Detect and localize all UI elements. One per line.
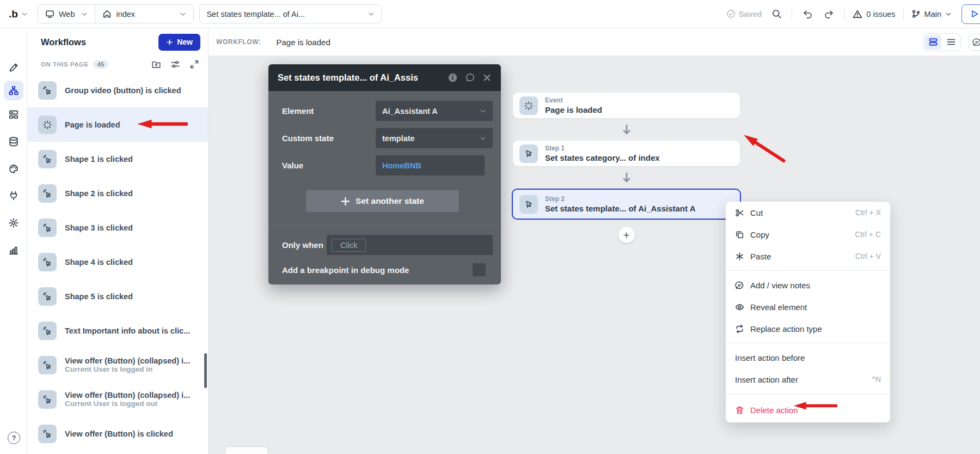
menu-item-copy[interactable]: CopyCtrl + C [726,223,890,245]
expand-icon[interactable] [189,59,199,69]
rail-item-bar-chart[interactable] [4,240,23,260]
only-when-label: Only when [282,240,327,250]
rail-item-database[interactable] [4,132,23,152]
warning-triangle-icon [853,9,862,19]
chevron-down-icon [945,11,952,17]
menu-item-add-view-notes[interactable]: Add / view notes [726,274,890,296]
workflow-item-title: Shape 5 is clicked [65,292,133,301]
add-action-button[interactable] [618,227,635,243]
git-branch-icon [911,9,921,19]
rail-item-plug[interactable] [4,186,23,205]
issues-button[interactable]: 0 issues [853,9,895,19]
menu-item-cut[interactable]: CutCtrl + X [726,202,890,223]
workflow-list-item[interactable]: Shape 5 is clicked [27,279,208,313]
bubble-logo[interactable]: .b [9,8,28,20]
card-title: Page is loaded [545,105,602,115]
field-value-input[interactable]: HomeBNB [376,155,485,175]
eye-icon [735,302,744,312]
clipped-bottom-control[interactable] [225,446,268,454]
preview-button[interactable] [961,4,980,24]
workflow-card-event[interactable]: EventPage is loaded [513,93,740,118]
field-element-input[interactable]: Ai_Assistant A [376,101,493,121]
copy-icon [735,230,744,239]
menu-divider [726,343,890,343]
comment-icon[interactable] [465,72,475,83]
clipped-toolbar-button[interactable] [969,34,980,51]
only-when-input[interactable]: Click [327,235,493,255]
workflow-list-item[interactable]: Shape 2 is clicked [27,176,208,210]
modal-field-row: ElementAi_Assistant A [282,101,493,121]
menu-item-replace-action-type[interactable]: Replace action type [726,318,890,340]
field-label: Custom state [282,134,376,143]
info-icon[interactable] [448,72,458,83]
workflow-list-item[interactable]: View offer (Button) (collapsed) i...Curr… [27,348,208,382]
cursor-click-icon [38,425,57,443]
redo-icon[interactable] [822,7,837,21]
page-dropdown[interactable]: index [95,5,193,23]
rail-item-workflow-tree[interactable] [4,81,23,100]
field-custom-state-input[interactable]: template [376,128,493,148]
menu-item-label: Insert action before [735,353,805,362]
menu-item-reveal-element[interactable]: Reveal element [726,296,890,318]
workflow-list-item[interactable]: Text Important info about is clic... [27,313,208,348]
menu-item-label: Cut [750,208,763,217]
section-label: ON THIS PAGE [41,61,89,68]
workflow-canvas[interactable]: EventPage is loadedStep 1Set states cate… [209,56,980,454]
workflow-item-subtitle: Current User is logged out [65,399,190,408]
platform-dropdown[interactable]: Web [38,5,95,23]
top-toolbar: .b Web index Set states template... of A… [0,0,980,28]
swap-icon [735,324,744,334]
workflow-list-item[interactable]: Shape 4 is clicked [27,245,208,279]
issues-label: 0 issues [866,10,895,19]
trash-icon [735,405,744,415]
only-when-placeholder[interactable]: Click [332,239,366,252]
new-workflow-button[interactable]: New [158,34,200,51]
menu-item-insert-action-before[interactable]: Insert action before [726,347,890,368]
workflow-card-step-2[interactable]: Step 2Set states template... of Ai_Assis… [512,189,741,220]
workflow-select-dropdown[interactable]: Set states template... of Ai... [199,4,382,23]
workflow-item-title: Shape 2 is clicked [65,189,133,198]
workflow-list-item[interactable]: Group video (button) is clicked [27,73,208,107]
panel-scrollbar[interactable] [204,353,207,388]
rail-item-pencil[interactable] [4,58,23,77]
burst-icon [519,96,538,115]
cursor-click-icon [38,253,57,271]
rail-item-components[interactable] [4,105,23,124]
modal-header[interactable]: Set states template... of Ai_Assis [268,64,501,91]
add-folder-icon[interactable] [151,59,161,69]
rail-divider [4,86,23,86]
branch-dropdown[interactable]: Main [911,9,952,19]
close-icon[interactable] [482,73,492,82]
search-icon[interactable] [769,7,784,21]
annotation-arrow-delete-action [793,401,838,411]
rail-item-gear[interactable] [4,213,23,233]
menu-item-label: Add / view notes [750,281,810,290]
workflow-header-name: Page is loaded [277,38,330,47]
save-status: Saved [726,9,762,19]
workflow-item-title: Group video (button) is clicked [65,86,181,95]
workflow-card-step-1[interactable]: Step 1Set states category... of index [513,141,740,166]
cursor-click-icon [38,219,57,237]
breakpoint-checkbox[interactable] [473,263,486,276]
workflow-list-item[interactable]: Shape 1 is clicked [27,142,208,176]
workflow-list-item[interactable]: Shape 3 is clicked [27,210,208,245]
workflow-list-item[interactable]: View offer (Button) is clicked [27,416,208,451]
stacked-view-button[interactable] [924,35,941,50]
undo-icon[interactable] [800,7,814,21]
filter-icon[interactable] [170,59,180,69]
modal-field-row: ValueHomeBNB [282,155,493,175]
workflow-flow: EventPage is loadedStep 1Set states cate… [512,93,741,243]
chevron-down-icon [368,11,375,17]
list-view-button[interactable] [942,35,959,50]
annotation-arrow-step2 [740,130,788,167]
rail-item-palette[interactable] [4,159,23,179]
menu-item-shortcut: Ctrl + C [855,230,881,239]
toolbar-divider [792,8,792,21]
help-button[interactable]: ? [8,432,20,444]
menu-item-insert-action-after[interactable]: Insert action after^N [726,368,890,390]
menu-item-paste[interactable]: PasteCtrl + V [726,245,890,267]
workflow-item-title: Shape 4 is clicked [65,258,133,267]
set-another-state-button[interactable]: Set another state [306,190,459,212]
workflow-list-item[interactable]: View offer (Button) (collapsed) i...Curr… [27,382,208,416]
play-icon [969,9,979,19]
